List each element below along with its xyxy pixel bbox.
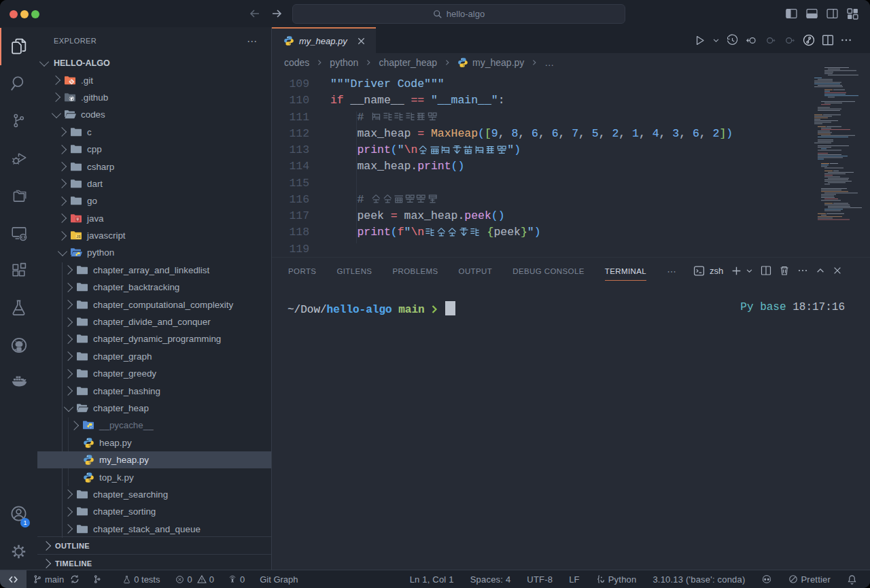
svg-text:JS: JS [77, 235, 81, 239]
